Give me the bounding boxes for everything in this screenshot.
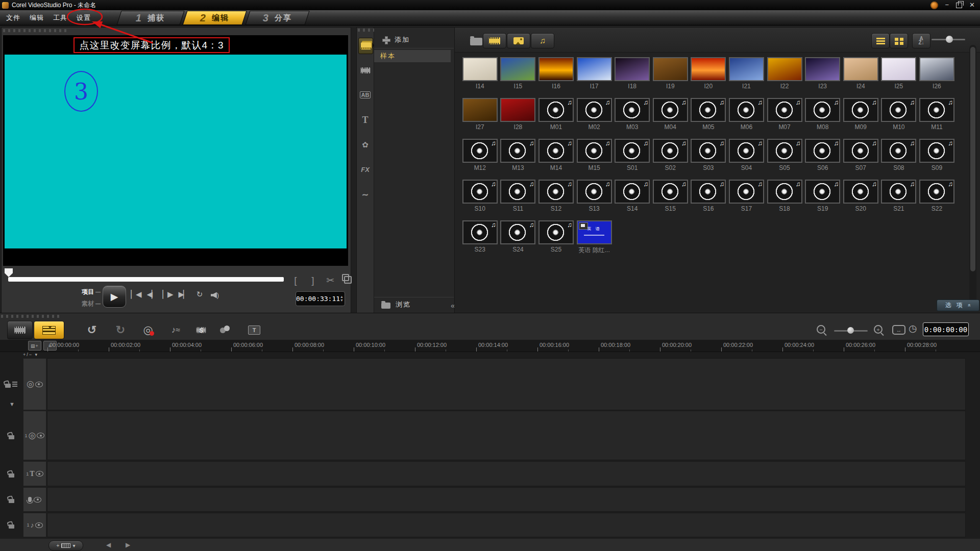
- restore-button[interactable]: [956, 3, 962, 8]
- library-item[interactable]: ♫S02: [651, 139, 690, 180]
- split-icon[interactable]: ✂: [325, 274, 335, 286]
- library-item[interactable]: 英 语英语 陈红...: [575, 220, 614, 261]
- scrubber-bar[interactable]: [8, 277, 284, 282]
- library-item[interactable]: ♫M12: [461, 139, 499, 180]
- menu-item-tools[interactable]: 工具: [53, 13, 67, 22]
- library-item[interactable]: ♫M02: [575, 98, 614, 139]
- library-item[interactable]: I21: [727, 57, 766, 98]
- library-item[interactable]: I24: [842, 57, 880, 98]
- lock-icon[interactable]: [9, 499, 14, 503]
- subtitle-options-button[interactable]: T: [244, 322, 264, 338]
- library-item[interactable]: ♫S21: [880, 180, 918, 220]
- track-header-music[interactable]: 1♪: [23, 513, 46, 537]
- library-item[interactable]: ♫S17: [727, 180, 766, 220]
- timecode-spinner[interactable]: ▲▼: [340, 295, 345, 302]
- track-manager-icon[interactable]: ▤+: [28, 341, 41, 350]
- options-button[interactable]: 选 项 »: [937, 299, 979, 311]
- track-overlay[interactable]: [47, 411, 966, 460]
- track-header-voice[interactable]: [23, 487, 46, 512]
- library-item[interactable]: I27: [461, 98, 499, 139]
- track-header-video[interactable]: ◎: [23, 358, 46, 410]
- tab-step-1[interactable]: 1捕获: [116, 11, 184, 25]
- library-item[interactable]: ♫S14: [613, 180, 651, 220]
- library-item[interactable]: ♫S19: [803, 180, 842, 220]
- thumbnail-size-slider[interactable]: [932, 39, 965, 40]
- library-item[interactable]: ♫S16: [690, 180, 728, 220]
- nav-media[interactable]: [358, 38, 373, 54]
- redo-button[interactable]: ↻: [110, 322, 131, 338]
- track-list-icon[interactable]: [12, 382, 17, 387]
- library-item[interactable]: ♫S11: [499, 180, 537, 220]
- library-item[interactable]: I20: [690, 57, 728, 98]
- library-item[interactable]: ♫M04: [651, 98, 690, 139]
- timeline-zoom-slider[interactable]: [834, 330, 868, 332]
- zoom-in-icon[interactable]: +: [874, 325, 883, 334]
- library-item[interactable]: ♫S23: [461, 220, 499, 261]
- scrubber-handle[interactable]: [5, 268, 13, 277]
- repeat-button[interactable]: ↻: [193, 290, 205, 299]
- library-item[interactable]: I26: [918, 57, 956, 98]
- scroll-right-icon[interactable]: ▶: [126, 541, 130, 548]
- app-badge-icon[interactable]: [930, 2, 938, 9]
- library-item[interactable]: ♫S05: [766, 139, 804, 180]
- menu-item-file[interactable]: 文件: [6, 13, 20, 22]
- library-item[interactable]: ♫M15: [575, 139, 614, 180]
- library-item[interactable]: I16: [537, 57, 575, 98]
- copy-icon[interactable]: [342, 275, 353, 286]
- lock-icon[interactable]: [9, 473, 14, 478]
- nav-instant-project[interactable]: [358, 63, 372, 78]
- nav-graphics[interactable]: ✿: [358, 137, 372, 153]
- library-item[interactable]: I17: [575, 57, 614, 98]
- track-header-overlay[interactable]: 1◎: [23, 411, 46, 460]
- timeline-ruler[interactable]: ▤+ ≡ 00:00:00:0000:00:02:0000:00:04:0000…: [0, 340, 980, 352]
- mode-project-label[interactable]: 项目: [78, 288, 101, 296]
- button-list-view[interactable]: [871, 33, 890, 48]
- mode-clip-label[interactable]: 素材: [78, 299, 101, 308]
- library-item[interactable]: ♫M01: [537, 98, 575, 139]
- library-item[interactable]: ♫M14: [537, 139, 575, 180]
- library-item[interactable]: I15: [499, 57, 537, 98]
- track-header-title[interactable]: 1T: [23, 461, 46, 486]
- mark-in-icon[interactable]: [: [290, 275, 301, 286]
- library-item[interactable]: I28: [499, 98, 537, 139]
- library-scrollbar[interactable]: [969, 45, 976, 310]
- menu-item-settings[interactable]: 设置: [77, 13, 91, 22]
- slider-knob[interactable]: [847, 327, 854, 334]
- library-item[interactable]: ♫M07: [766, 98, 804, 139]
- duration-clock-icon[interactable]: ◷: [909, 322, 917, 334]
- nav-transition[interactable]: AB: [358, 87, 372, 103]
- library-item[interactable]: ♫S10: [461, 180, 499, 220]
- undo-button[interactable]: ↺: [82, 322, 102, 338]
- zoom-out-icon[interactable]: −: [817, 325, 825, 334]
- lock-icon[interactable]: [5, 384, 11, 388]
- add-remove-track-bar[interactable]: +/− ▾: [23, 352, 59, 358]
- record-capture-button[interactable]: ◎: [138, 322, 158, 338]
- prev-frame-button[interactable]: ◀▏: [146, 290, 157, 299]
- library-item[interactable]: ♫S24: [499, 220, 537, 261]
- ripple-button[interactable]: [215, 322, 236, 338]
- track-video[interactable]: [47, 358, 966, 410]
- nav-filter[interactable]: FX: [358, 162, 372, 178]
- close-button[interactable]: ✕: [969, 2, 975, 9]
- library-item[interactable]: ♫S18: [766, 180, 804, 220]
- menu-item-edit[interactable]: 编辑: [30, 13, 44, 22]
- library-item[interactable]: ♫M03: [613, 98, 651, 139]
- library-item[interactable]: I18: [613, 57, 651, 98]
- category-item-sample[interactable]: 样本: [374, 50, 451, 62]
- library-item[interactable]: ♫S22: [918, 180, 956, 220]
- library-item[interactable]: ♫M06: [727, 98, 766, 139]
- library-item[interactable]: I25: [880, 57, 918, 98]
- preview-timecode[interactable]: 00:00:33:11 ▲▼: [296, 291, 345, 306]
- volume-button[interactable]: ): [209, 290, 220, 299]
- play-button[interactable]: ▶: [103, 286, 126, 308]
- mark-out-icon[interactable]: ]: [308, 275, 318, 286]
- library-item[interactable]: ♫M13: [499, 139, 537, 180]
- sound-mixer-button[interactable]: ♪≈: [165, 322, 186, 338]
- button-sort[interactable]: AZ↓: [912, 33, 930, 48]
- library-item[interactable]: ♫S09: [918, 139, 956, 180]
- library-item[interactable]: ♫M08: [803, 98, 842, 139]
- library-item[interactable]: ♫S01: [613, 139, 651, 180]
- minimize-button[interactable]: −: [945, 2, 949, 9]
- lock-icon[interactable]: [9, 435, 14, 439]
- library-item[interactable]: ♫S07: [842, 139, 880, 180]
